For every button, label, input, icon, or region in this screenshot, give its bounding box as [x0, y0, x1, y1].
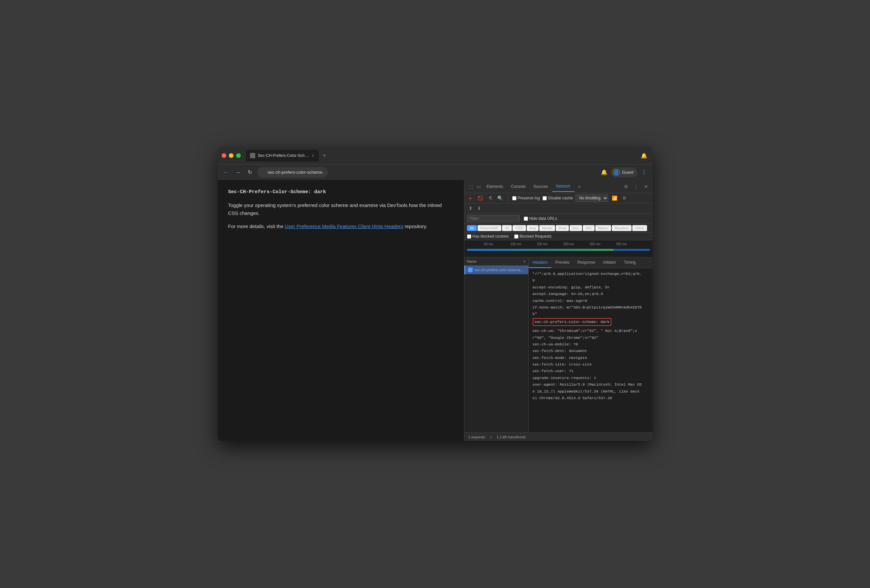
- clear-button[interactable]: 🚫: [477, 195, 484, 202]
- tab-elements[interactable]: Elements: [483, 182, 507, 192]
- devtools-close-icon[interactable]: ✕: [642, 183, 650, 190]
- address-right: 🔔 👤 Guest ⋮: [600, 168, 649, 177]
- inspect-element-icon[interactable]: ⬚: [467, 183, 475, 190]
- wifi-icon[interactable]: 📶: [611, 195, 618, 202]
- search-button[interactable]: 🔍: [497, 195, 504, 202]
- tab-sources[interactable]: Sources: [530, 182, 552, 192]
- address-bar: ← → ↻ 🔒 🔔 👤 Guest ⋮: [218, 164, 652, 180]
- preserve-log-label[interactable]: Preserve log: [512, 196, 540, 200]
- page-code-header: Sec-CH-Prefers-Color-Scheme: dark: [228, 189, 453, 195]
- network-list: Name × sec-ch-prefers-color-scheme...: [464, 257, 529, 432]
- filter-other[interactable]: Other: [632, 225, 647, 231]
- requests-count: 1 requests: [468, 435, 485, 439]
- filter-input[interactable]: [467, 215, 520, 222]
- blocked-requests-text: Blocked Requests: [520, 234, 552, 239]
- tab-network[interactable]: Network: [552, 181, 575, 192]
- network-content: Name × sec-ch-prefers-color-scheme... He…: [464, 257, 652, 432]
- filter-css[interactable]: CSS: [512, 225, 526, 231]
- profile-icon-btn[interactable]: 🔔: [639, 151, 649, 160]
- network-list-header: Name ×: [464, 257, 528, 266]
- timeline-250ms: 250 ms: [590, 242, 600, 246]
- tab-title: Sec-CH-Prefers-Color-Schem...: [258, 153, 309, 158]
- blocked-requests-label[interactable]: Blocked Requests: [514, 234, 552, 239]
- tab-more[interactable]: »: [575, 182, 585, 192]
- header-line-11: sec-fetch-site: cross-site: [533, 362, 649, 367]
- toolbar-divider: [508, 195, 508, 201]
- timeline-300ms: 300 ms: [616, 242, 627, 246]
- header-line-5: if-none-match: W/"392-B+pCtpzl+pyWUSHMRn…: [533, 304, 649, 310]
- disable-cache-text: Disable cache: [548, 196, 573, 200]
- network-list-item[interactable]: sec-ch-prefers-color-scheme...: [464, 266, 528, 274]
- paragraph2-suffix: repository.: [403, 223, 428, 229]
- upload-icon[interactable]: ⬆: [467, 205, 474, 212]
- active-tab[interactable]: Sec-CH-Prefers-Color-Schem... ×: [246, 150, 319, 162]
- title-bar: Sec-CH-Prefers-Color-Schem... × + 🔔: [218, 147, 652, 164]
- initiator-tab[interactable]: Initiator: [599, 257, 620, 268]
- hide-data-urls-checkbox[interactable]: [524, 217, 528, 221]
- extensions-icon[interactable]: 🔔: [600, 168, 609, 177]
- has-blocked-label[interactable]: Has blocked cookies: [467, 234, 509, 239]
- filter-row: Hide data URLs: [464, 214, 652, 224]
- page-link[interactable]: User Preference Media Features Client Hi…: [285, 223, 403, 229]
- blocked-requests-checkbox[interactable]: [514, 235, 518, 239]
- timeline-progress: [467, 249, 650, 251]
- headers-tab[interactable]: Headers: [529, 257, 551, 268]
- header-line-2: accept-encoding: gzip, deflate, br: [533, 284, 649, 290]
- address-input[interactable]: [257, 167, 328, 178]
- menu-button[interactable]: ⋮: [639, 168, 649, 177]
- filter-ws[interactable]: WS: [583, 225, 594, 231]
- timeline-50ms: 50 ms: [484, 242, 493, 246]
- reload-button[interactable]: ↻: [245, 168, 255, 177]
- header-line-3: accept-language: en-US,en;q=0.9: [533, 291, 649, 297]
- tab-favicon: [250, 153, 255, 158]
- timeline-progress-bar: [467, 249, 614, 251]
- devtools-panel: ⬚ ▭ Elements Console Sources Network » ⚙…: [464, 180, 652, 441]
- timeline-ruler: 50 ms 100 ms 150 ms 200 ms 250 ms 300 ms: [464, 240, 652, 248]
- download-icon[interactable]: ⬇: [475, 205, 483, 212]
- filter-all[interactable]: All: [467, 225, 477, 231]
- browser-window: Sec-CH-Prefers-Color-Schem... × + 🔔 ← → …: [218, 147, 652, 441]
- disable-cache-label[interactable]: Disable cache: [542, 196, 573, 200]
- request-details: Headers Preview Response Initiator Timin…: [529, 257, 652, 432]
- filter-fetchxhr[interactable]: Fetch/XHR: [478, 225, 501, 231]
- header-line-5b: k": [533, 311, 649, 317]
- filter-manifest[interactable]: Manifest: [612, 225, 632, 231]
- devtools-right-icons: ⚙ ⋮ ✕: [622, 183, 650, 190]
- tab-close-button[interactable]: ×: [312, 153, 314, 158]
- throttle-select[interactable]: No throttling: [575, 195, 608, 202]
- filter-doc[interactable]: Doc: [569, 225, 582, 231]
- devtools-dots-icon[interactable]: ⋮: [632, 183, 640, 190]
- toolbar-settings-icon[interactable]: ⚙: [621, 195, 628, 202]
- headers-content: *//*;q=0.8,application/signed-exchange;v…: [529, 268, 652, 404]
- preserve-log-checkbox[interactable]: [512, 196, 517, 200]
- filter-media[interactable]: Media: [539, 225, 555, 231]
- new-tab-button[interactable]: +: [320, 151, 329, 160]
- timing-tab[interactable]: Timing: [620, 257, 640, 268]
- preview-tab[interactable]: Preview: [551, 257, 574, 268]
- has-blocked-checkbox[interactable]: [467, 235, 471, 239]
- maximize-traffic-light[interactable]: [236, 153, 241, 158]
- tab-console[interactable]: Console: [507, 182, 530, 192]
- header-line-14b: X 10_15_7) AppleWebKit/537.36 (KHTML, li…: [533, 389, 649, 395]
- devtools-settings-icon[interactable]: ⚙: [622, 183, 630, 190]
- address-wrapper: 🔒: [257, 167, 597, 178]
- filter-wasm[interactable]: Wasm: [595, 225, 611, 231]
- back-button[interactable]: ←: [222, 168, 231, 177]
- filter-img[interactable]: Img: [527, 225, 539, 231]
- filter-js[interactable]: JS: [502, 225, 512, 231]
- close-column[interactable]: ×: [523, 259, 525, 263]
- forward-button[interactable]: →: [234, 168, 243, 177]
- record-button[interactable]: ●: [467, 195, 474, 202]
- hide-data-urls-label[interactable]: Hide data URLs: [524, 216, 557, 221]
- network-toolbar: ● 🚫 ⚗ 🔍 Preserve log Disable cache No th…: [464, 193, 652, 203]
- close-traffic-light[interactable]: [222, 153, 226, 158]
- response-tab[interactable]: Response: [574, 257, 599, 268]
- disable-cache-checkbox[interactable]: [542, 196, 547, 200]
- filter-font[interactable]: Font: [556, 225, 569, 231]
- guest-profile-button[interactable]: 👤 Guest: [611, 168, 638, 177]
- device-toolbar-icon[interactable]: ▭: [475, 183, 483, 190]
- filter-button[interactable]: ⚗: [487, 195, 494, 202]
- separator: |: [490, 435, 492, 439]
- minimize-traffic-light[interactable]: [229, 153, 234, 158]
- timeline-bar: 50 ms 100 ms 150 ms 200 ms 250 ms 300 ms: [464, 240, 652, 257]
